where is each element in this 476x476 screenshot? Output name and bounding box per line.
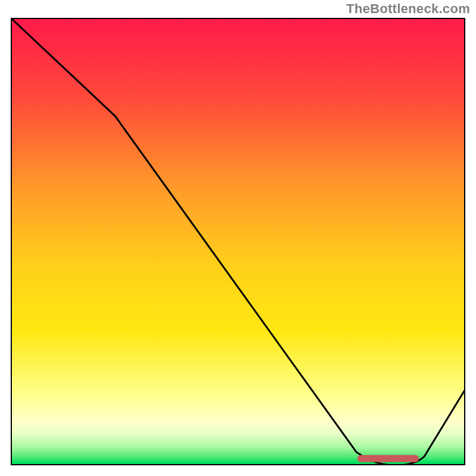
- chart-gradient-bg: [11, 18, 465, 465]
- optimum-marker: [357, 455, 419, 462]
- watermark-text: TheBottleneck.com: [346, 1, 470, 17]
- bottleneck-chart: [11, 18, 465, 465]
